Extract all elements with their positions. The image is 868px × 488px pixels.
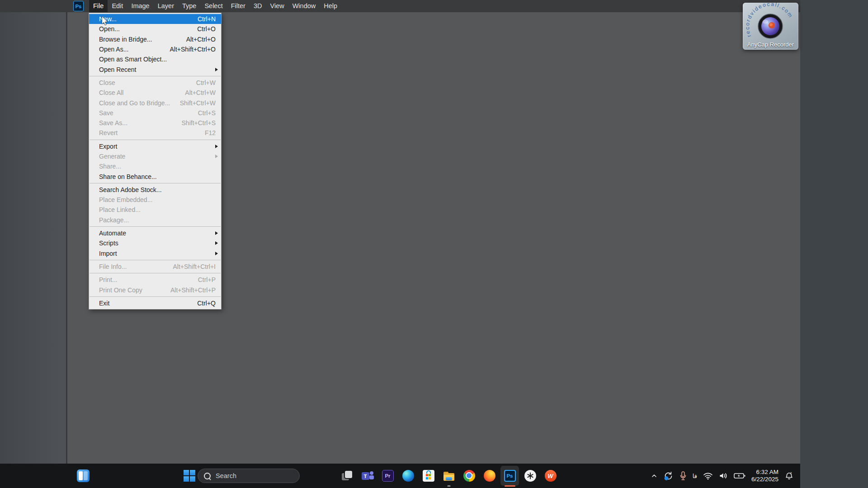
taskbar-app-task-view[interactable] — [337, 464, 357, 488]
chrome-icon — [463, 470, 475, 482]
sync-icon[interactable] — [663, 471, 674, 481]
taskbar-app-chatgpt[interactable] — [520, 464, 540, 488]
submenu-arrow-icon — [215, 231, 218, 235]
file-menu-item-open-as[interactable]: Open As...Alt+Shift+Ctrl+O — [89, 44, 221, 54]
clock-time: 6:32 AM — [751, 469, 778, 476]
language-indicator[interactable]: فا — [693, 473, 697, 479]
firefox-icon — [484, 470, 495, 482]
menu-item-shortcut: Alt+Shift+Ctrl+O — [170, 46, 216, 53]
menu-item-shortcut: Ctrl+S — [198, 109, 216, 117]
file-menu-item-share: Share... — [89, 161, 221, 171]
system-tray: فا — [651, 464, 794, 488]
menubar-item-select[interactable]: Select — [200, 0, 226, 12]
menu-item-shortcut: Ctrl+P — [198, 276, 216, 283]
file-menu-item-place-linked: Place Linked... — [89, 205, 221, 215]
file-explorer-icon — [443, 469, 455, 482]
menu-item-shortcut: Shift+Ctrl+S — [182, 119, 216, 127]
file-menu-item-share-on-behance[interactable]: Share on Behance... — [89, 171, 221, 181]
search-input[interactable]: Search — [198, 469, 300, 483]
taskbar-app-photoshop[interactable]: Ps — [500, 464, 520, 488]
microsoft-store-icon — [423, 470, 434, 482]
menu-item-shortcut: Ctrl+Q — [197, 300, 216, 307]
widgets-button[interactable] — [77, 469, 90, 482]
start-button[interactable] — [184, 470, 195, 482]
file-menu-item-browse-in-bridge[interactable]: Browse in Bridge...Alt+Ctrl+O — [89, 34, 221, 44]
search-placeholder: Search — [216, 472, 236, 479]
menu-item-shortcut: Shift+Ctrl+W — [180, 99, 216, 107]
menubar-item-file[interactable]: File — [89, 0, 108, 12]
battery-icon[interactable] — [734, 472, 745, 479]
menu-item-label: Print... — [99, 276, 117, 283]
menu-item-shortcut: Alt+Ctrl+O — [186, 36, 216, 43]
menu-separator — [90, 273, 221, 273]
photoshop-app-icon: Ps — [73, 1, 84, 11]
submenu-arrow-icon — [215, 145, 218, 148]
file-menu-item-automate[interactable]: Automate — [89, 228, 221, 238]
menu-item-shortcut: Ctrl+N — [198, 15, 216, 23]
chatgpt-icon — [524, 470, 536, 482]
menu-item-shortcut: Alt+Ctrl+W — [185, 89, 216, 96]
menubar-item-view[interactable]: View — [266, 0, 288, 12]
menubar-item-3d[interactable]: 3D — [250, 0, 266, 12]
menu-item-label: Scripts — [99, 239, 118, 247]
menu-item-label: Automate — [99, 230, 126, 237]
clock[interactable]: 6:32 AM 6/22/2025 — [751, 469, 778, 483]
file-menu-item-open[interactable]: Open...Ctrl+O — [89, 24, 221, 34]
menubar-item-edit[interactable]: Edit — [108, 0, 127, 12]
menubar-item-filter[interactable]: Filter — [227, 0, 250, 12]
taskbar-app-premiere-pro[interactable]: Pr — [377, 464, 398, 488]
taskbar: Search T Pr — [0, 464, 800, 488]
menu-item-label: Generate — [99, 153, 125, 160]
menu-item-label: Import — [99, 250, 117, 257]
menu-item-label: Share... — [99, 163, 121, 170]
microphone-icon[interactable] — [679, 471, 687, 481]
file-menu-item-package: Package... — [89, 215, 221, 225]
wps-office-icon: W — [545, 470, 557, 482]
file-menu-item-close-all: Close AllAlt+Ctrl+W — [89, 88, 221, 98]
file-menu-item-print: Print...Ctrl+P — [89, 275, 221, 285]
file-menu-item-close-and-go-to-bridge: Close and Go to Bridge...Shift+Ctrl+W — [89, 98, 221, 108]
menu-item-label: Export — [99, 143, 117, 150]
recorder-overlay[interactable]: recordvideocall.com AnyCap Recorder — [743, 3, 798, 50]
menu-item-shortcut: Ctrl+O — [197, 25, 216, 33]
menubar-item-type[interactable]: Type — [178, 0, 200, 12]
menu-item-label: New... — [99, 15, 117, 23]
menubar: Ps FileEditImageLayerTypeSelectFilter3DV… — [0, 0, 800, 12]
file-menu-item-search-adobe-stock[interactable]: Search Adobe Stock... — [89, 185, 221, 195]
file-menu-item-import[interactable]: Import — [89, 249, 221, 258]
running-indicator — [447, 485, 450, 487]
menubar-item-help[interactable]: Help — [320, 0, 341, 12]
taskbar-app-microsoft-edge[interactable] — [398, 464, 418, 488]
menubar-item-layer[interactable]: Layer — [154, 0, 178, 12]
premiere-pro-icon: Pr — [382, 470, 394, 482]
notification-bell-icon[interactable]: z — [784, 471, 794, 481]
edge-icon — [402, 470, 414, 482]
taskbar-app-microsoft-store[interactable] — [418, 464, 439, 488]
search-icon — [204, 473, 211, 479]
menu-item-label: File Info... — [99, 263, 127, 270]
volume-icon[interactable] — [719, 472, 728, 480]
menubar-item-window[interactable]: Window — [288, 0, 320, 12]
menu-item-shortcut: Alt+Shift+Ctrl+I — [173, 263, 216, 270]
file-menu-item-export[interactable]: Export — [89, 141, 221, 151]
menubar-item-image[interactable]: Image — [127, 0, 153, 12]
taskbar-app-wps-office[interactable]: W — [540, 464, 561, 488]
submenu-arrow-icon — [215, 155, 218, 158]
taskbar-app-firefox[interactable] — [479, 464, 500, 488]
taskbar-app-file-explorer[interactable] — [439, 464, 459, 488]
menu-item-label: Revert — [99, 129, 118, 136]
file-menu-item-open-as-smart-object[interactable]: Open as Smart Object... — [89, 54, 221, 64]
file-menu-item-new[interactable]: New...Ctrl+N — [89, 14, 221, 24]
hidden-icons-chevron-icon[interactable] — [651, 473, 657, 479]
menu-item-label: Open as Smart Object... — [99, 56, 167, 63]
menu-separator — [90, 183, 221, 183]
menu-item-label: Browse in Bridge... — [99, 36, 152, 43]
wifi-icon[interactable] — [703, 472, 713, 480]
file-menu-item-open-recent[interactable]: Open Recent — [89, 64, 221, 74]
menu-item-label: Package... — [99, 216, 129, 224]
taskbar-app-google-chrome[interactable] — [459, 464, 479, 488]
file-menu-item-exit[interactable]: ExitCtrl+Q — [89, 298, 221, 308]
menu-item-label: Open... — [99, 25, 120, 33]
file-menu-item-scripts[interactable]: Scripts — [89, 238, 221, 248]
taskbar-app-microsoft-teams[interactable]: T — [357, 464, 377, 488]
